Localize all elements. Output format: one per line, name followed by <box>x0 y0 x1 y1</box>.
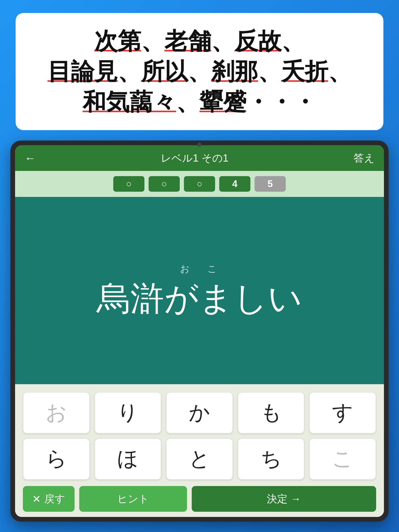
progress-slot-2[interactable]: ○ <box>149 176 180 192</box>
furigana-ko: こ <box>207 263 219 275</box>
kana-btn-chi[interactable]: ち <box>238 438 305 480</box>
action-row: ✕ 戻す ヒント 決定 → <box>23 486 376 512</box>
kana-btn-mo[interactable]: も <box>238 392 305 434</box>
word-shinise: 老舗 <box>164 28 211 54</box>
word-wagiai: 和気藹々 <box>83 89 176 115</box>
app-header: ← レベル1 その1 答え <box>15 145 384 171</box>
word-hinsyuku: 顰蹙 <box>200 89 246 115</box>
back-button[interactable]: ← <box>24 152 36 165</box>
delete-icon: ✕ <box>32 493 41 505</box>
word-hoko: 反故 <box>235 28 281 54</box>
back-label: 戻す <box>44 492 65 506</box>
header-title: レベル1 その1 <box>161 151 229 165</box>
kana-btn-ka[interactable]: か <box>166 392 233 434</box>
confirm-button[interactable]: 決定 → <box>192 486 376 512</box>
word-setsuna: 刹那 <box>211 58 258 84</box>
question-kanji: 烏滸がましい <box>97 278 302 318</box>
top-card: 次第、老舗、反故、 目論見、所以、刹那、夭折、 和気藹々、顰蹙・・・ <box>16 13 383 130</box>
answer-area: お り か も す ら ほ と ち こ ✕ 戻す ヒント 決定 → <box>15 384 384 517</box>
tablet-frame: ← レベル1 その1 答え ○ ○ ○ 4 5 お こ 烏滸がましい お <box>10 141 389 522</box>
kana-btn-ko[interactable]: こ <box>309 438 376 480</box>
progress-slot-4[interactable]: 4 <box>219 176 250 192</box>
progress-slot-1[interactable]: ○ <box>113 176 144 192</box>
word-mokuromi: 目論見 <box>48 58 118 84</box>
kana-btn-ra[interactable]: ら <box>23 438 90 480</box>
tablet-screen: ← レベル1 その1 答え ○ ○ ○ 4 5 お こ 烏滸がましい お <box>15 145 384 517</box>
question-area: お こ 烏滸がましい <box>15 197 384 384</box>
kana-btn-ri[interactable]: り <box>95 392 162 434</box>
progress-slot-3[interactable]: ○ <box>184 176 215 192</box>
progress-slot-5[interactable]: 5 <box>255 176 286 192</box>
furigana-o: お <box>180 263 192 275</box>
hint-button[interactable]: ヒント <box>79 486 187 512</box>
kana-btn-ho[interactable]: ほ <box>95 438 162 480</box>
kana-grid: お り か も す ら ほ と ち こ <box>23 392 376 480</box>
answer-button[interactable]: 答え <box>354 151 375 165</box>
top-card-text: 次第、老舗、反故、 目論見、所以、刹那、夭折、 和気藹々、顰蹙・・・ <box>31 26 368 117</box>
back-delete-button[interactable]: ✕ 戻す <box>23 486 75 512</box>
kana-btn-su[interactable]: す <box>309 392 376 434</box>
furigana-row: お こ <box>180 263 219 275</box>
kana-btn-o[interactable]: お <box>23 392 90 434</box>
word-jidai: 次第 <box>94 28 141 54</box>
word-yue: 所以 <box>141 58 188 84</box>
kana-btn-to[interactable]: と <box>166 438 233 480</box>
progress-row: ○ ○ ○ 4 5 <box>15 171 384 197</box>
word-yosetsu: 夭折 <box>281 58 328 84</box>
